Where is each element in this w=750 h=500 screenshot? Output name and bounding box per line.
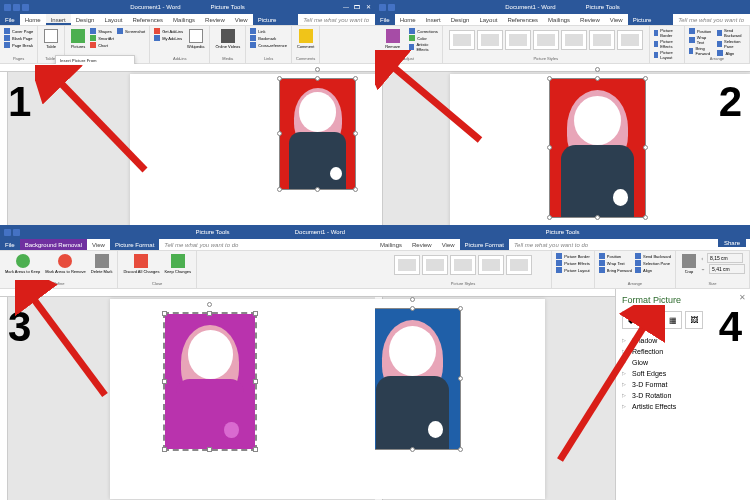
comment-button[interactable]: Comment (296, 28, 315, 50)
group-size: Size (709, 281, 717, 286)
height-input[interactable]: ↕8,15 cm (701, 253, 745, 263)
tab-file[interactable]: File (0, 14, 20, 25)
tab-picture-format[interactable]: Picture Format (460, 239, 509, 250)
pictures-button[interactable]: Pictures (69, 28, 87, 50)
fp-artistic-effects[interactable]: Artistic Effects (622, 401, 744, 412)
discard-changes-button[interactable]: Discard All Changes (122, 253, 160, 275)
wrap-text-button[interactable]: Wrap Text (599, 260, 632, 266)
tab-design[interactable]: Design (446, 14, 475, 25)
tab-insert[interactable]: Insert (46, 14, 71, 25)
tab-mailings[interactable]: Mailings (375, 239, 407, 250)
fp-glow[interactable]: Glow (622, 357, 744, 368)
fp-tab-fill-icon[interactable]: ◆ (622, 311, 640, 329)
max-icon[interactable]: 🗖 (352, 2, 362, 12)
picture-effects-button[interactable]: Picture Effects (654, 39, 680, 49)
tab-home[interactable]: Home (20, 14, 46, 25)
tab-layout[interactable]: Layout (99, 14, 127, 25)
corrections-button[interactable]: Corrections (409, 28, 437, 34)
tab-references[interactable]: References (127, 14, 168, 25)
min-icon[interactable]: — (341, 2, 351, 12)
tab-view[interactable]: View (437, 239, 460, 250)
fp-3d-rotation[interactable]: 3-D Rotation (622, 390, 744, 401)
tab-mailings[interactable]: Mailings (543, 14, 575, 25)
photo-selected[interactable] (280, 79, 355, 189)
cover-page-button[interactable]: Cover Page (4, 28, 33, 34)
picture-layout-button[interactable]: Picture Layout (654, 50, 680, 60)
tab-file[interactable]: File (0, 239, 20, 250)
tab-review[interactable]: Review (575, 14, 605, 25)
my-addins-button[interactable]: My Add-ins (154, 35, 183, 41)
selection-pane-button[interactable]: Selection Pane (635, 260, 671, 266)
wrap-text-button[interactable]: Wrap Text (689, 35, 714, 45)
tab-review[interactable]: Review (200, 14, 230, 25)
tab-references[interactable]: References (502, 14, 543, 25)
screenshot-button[interactable]: Screenshot (117, 28, 145, 34)
picture-border-button[interactable]: Picture Border (556, 253, 590, 259)
tab-background-removal[interactable]: Background Removal (20, 239, 87, 250)
close-icon[interactable]: ✕ (363, 2, 373, 12)
wikipedia-button[interactable]: Wikipedia (186, 28, 205, 50)
tab-design[interactable]: Design (71, 14, 100, 25)
remove-background-button[interactable]: Remove Background (379, 28, 406, 55)
artistic-effects-button[interactable]: Artistic Effects (409, 42, 437, 52)
cross-reference-button[interactable]: Cross-reference (250, 42, 287, 48)
align-button[interactable]: Align (635, 267, 671, 273)
title-tools: Picture Tools (545, 229, 579, 235)
position-button[interactable]: Position (599, 253, 632, 259)
mark-areas-keep-button[interactable]: Mark Areas to Keep (4, 253, 41, 275)
tell-me[interactable]: Tell me what you want to do (159, 239, 243, 250)
picture-effects-button[interactable]: Picture Effects (556, 260, 590, 266)
fp-tab-effects-icon[interactable]: ⬠ (643, 311, 661, 329)
table-button[interactable]: Table (42, 28, 60, 50)
tab-home[interactable]: Home (395, 14, 421, 25)
share-button[interactable]: Share (718, 239, 746, 247)
position-button[interactable]: Position (689, 28, 714, 34)
mark-areas-remove-button[interactable]: Mark Areas to Remove (44, 253, 87, 275)
send-backward-button[interactable]: Send Backward (635, 253, 671, 259)
width-input[interactable]: ↔5,41 cm (701, 264, 745, 274)
chart-button[interactable]: Chart (90, 42, 114, 48)
tab-picture-format[interactable]: Picture Format (110, 239, 159, 250)
tab-view[interactable]: View (605, 14, 628, 25)
send-backward-button[interactable]: Send Backward (717, 28, 745, 38)
picture-layout-button[interactable]: Picture Layout (556, 267, 590, 273)
tab-view[interactable]: View (87, 239, 110, 250)
tell-me[interactable]: Tell me what you want to do (298, 14, 375, 25)
fp-tab-picture-icon[interactable]: 🖼 (685, 311, 703, 329)
tab-layout[interactable]: Layout (474, 14, 502, 25)
picture-styles-gallery[interactable] (447, 28, 645, 52)
tab-picture-format[interactable]: Picture Format (628, 14, 673, 25)
photo-bgremoval[interactable] (165, 314, 255, 449)
tab-file[interactable]: File (375, 14, 395, 25)
bring-forward-button[interactable]: Bring Forward (689, 46, 714, 56)
tell-me[interactable]: Tell me what you want to do (509, 239, 593, 250)
fp-tab-layout-icon[interactable]: ▦ (664, 311, 682, 329)
tell-me[interactable]: Tell me what you want to do (673, 14, 750, 25)
tab-review[interactable]: Review (407, 239, 437, 250)
shapes-button[interactable]: Shapes (90, 28, 114, 34)
tab-view[interactable]: View (230, 14, 253, 25)
bookmark-button[interactable]: Bookmark (250, 35, 287, 41)
tab-mailings[interactable]: Mailings (168, 14, 200, 25)
crop-button[interactable]: Crop (680, 253, 698, 275)
get-addins-button[interactable]: Get Add-ins (154, 28, 183, 34)
smartart-button[interactable]: SmartArt (90, 35, 114, 41)
picture-border-button[interactable]: Picture Border (654, 28, 680, 38)
photo-selected[interactable] (550, 79, 645, 217)
online-video-button[interactable]: Online Videos (214, 28, 241, 50)
close-pane-icon[interactable]: ✕ (739, 293, 746, 302)
tab-picture-format[interactable]: Picture Format (253, 14, 298, 25)
fp-soft-edges[interactable]: Soft Edges (622, 368, 744, 379)
picture-styles-gallery[interactable] (392, 253, 534, 277)
page-break-button[interactable]: Page Break (4, 42, 33, 48)
photo-selected[interactable] (375, 309, 460, 449)
delete-mark-button[interactable]: Delete Mark (90, 253, 114, 275)
selection-pane-button[interactable]: Selection Pane (717, 39, 745, 49)
color-button[interactable]: Color (409, 35, 437, 41)
tab-insert[interactable]: Insert (421, 14, 446, 25)
link-button[interactable]: Link (250, 28, 287, 34)
bring-forward-button[interactable]: Bring Forward (599, 267, 632, 273)
keep-changes-button[interactable]: Keep Changes (163, 253, 191, 275)
blank-page-button[interactable]: Blank Page (4, 35, 33, 41)
fp-3d-format[interactable]: 3-D Format (622, 379, 744, 390)
